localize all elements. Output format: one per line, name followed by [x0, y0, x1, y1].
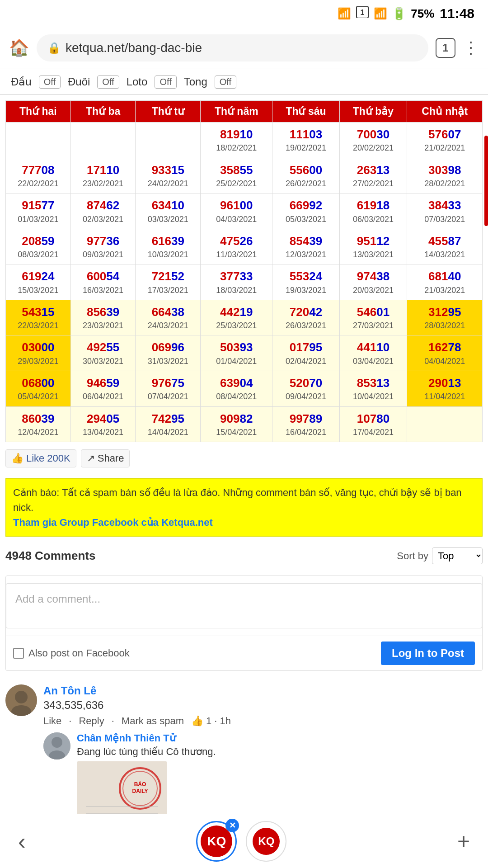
social-buttons: 👍 Like 200K ↗ Share — [5, 442, 483, 475]
also-post-fb[interactable]: Also post on Facebook — [13, 647, 130, 659]
close-tab-icon[interactable]: ✕ — [225, 819, 239, 832]
login-to-post-button[interactable]: Log In to Post — [381, 642, 475, 665]
col-header-bay: Thứ bảy — [339, 101, 407, 123]
lottery-table: Thứ hai Thứ ba Thứ tư Thứ năm Thứ sáu Th… — [5, 100, 483, 442]
table-cell: 35855 25/02/2021 — [201, 158, 272, 193]
like-label: Like — [26, 453, 44, 464]
sort-label: Sort by — [397, 550, 428, 562]
col-header-hai: Thứ hai — [6, 101, 71, 123]
browser-tab-secondary[interactable]: KQ — [246, 821, 286, 862]
reply-action[interactable]: Reply — [79, 715, 104, 727]
svg-text:1: 1 — [361, 9, 365, 16]
table-row: 0300029/03/2021 4925530/03/2021 0699631/… — [6, 335, 483, 371]
tab-count[interactable]: 1 — [436, 38, 455, 58]
share-button[interactable]: ↗ Share — [81, 449, 130, 467]
nested-author[interactable]: Chân Mệnh Thiên Tử — [77, 732, 483, 744]
table-cell: 81910 18/02/2021 — [201, 123, 272, 158]
sim-icon: 1 — [356, 6, 369, 21]
comment-placeholder: Add a comment... — [15, 593, 100, 605]
nested-avatar — [43, 732, 70, 760]
clock: 11:48 — [440, 6, 474, 21]
warning-text: Cảnh báo: Tất cả spam bán số đều là lừa … — [13, 485, 475, 515]
col-header-ba: Thứ ba — [70, 101, 136, 123]
menu-icon[interactable]: ⋮ — [463, 38, 479, 57]
col-header-nam: Thứ năm — [201, 101, 272, 123]
bottom-nav: ‹ KQ ✕ KQ + — [0, 814, 488, 868]
page-content: Thứ hai Thứ ba Thứ tư Thứ năm Thứ sáu Th… — [0, 95, 488, 846]
table-row: 0680005/04/2021 9465906/04/2021 9767507/… — [6, 371, 483, 407]
table-row: 9157701/03/2021 8746202/03/2021 6341003/… — [6, 193, 483, 229]
home-icon[interactable]: 🏠 — [9, 38, 29, 57]
comment-likes: 👍 1 · 1h — [191, 715, 231, 727]
filter-loto-tag[interactable]: Off — [155, 75, 176, 89]
table-row: 8603912/04/2021 2940513/04/2021 7429514/… — [6, 406, 483, 442]
comment-author[interactable]: An Tôn Lê — [43, 684, 483, 697]
like-button[interactable]: 👍 Like 200K — [5, 449, 76, 467]
comment-text: 343,535,636 — [43, 699, 483, 712]
thumbs-up-icon: 👍 — [11, 453, 23, 464]
table-row: 6192415/03/2021 6005416/03/2021 7215217/… — [6, 264, 483, 300]
nested-comment-text: Đang lúc túng thiếu Cô thương. — [77, 746, 483, 758]
comment-body: An Tôn Lê 343,535,636 Like · Reply · Mar… — [43, 684, 483, 834]
comment-actions-bar: Also post on Facebook Log In to Post — [6, 636, 482, 670]
comment-time: · 1h — [214, 715, 231, 727]
signal-icon: 📶 — [374, 7, 387, 20]
comments-header: 4948 Comments Sort by Top Newest — [5, 540, 483, 568]
svg-point-3 — [15, 691, 28, 703]
col-header-sau: Thứ sáu — [272, 101, 339, 123]
lock-icon: 🔒 — [47, 42, 61, 54]
url-bar[interactable]: 🔒 ketqua.net/bang-dac-bie — [37, 34, 428, 61]
fb-group-link[interactable]: Tham gia Group Facebook của Ketqua.net — [13, 515, 475, 530]
back-button[interactable]: ‹ — [18, 828, 26, 854]
table-cell: 11103 19/02/2021 — [272, 123, 339, 158]
browser-tab-active[interactable]: KQ ✕ — [196, 821, 237, 862]
browser-chrome: 🏠 🔒 ketqua.net/bang-dac-bie 1 ⋮ — [0, 27, 488, 69]
table-cell: 30398 28/02/2021 — [407, 158, 483, 193]
mark-spam-action[interactable]: Mark as spam — [122, 715, 184, 727]
filter-loto[interactable]: Loto — [123, 74, 151, 90]
new-tab-button[interactable]: + — [457, 829, 470, 854]
table-cell: 57607 21/02/2021 — [407, 123, 483, 158]
table-cell — [6, 123, 71, 158]
share-icon: ↗ — [87, 453, 95, 464]
fb-checkbox[interactable] — [13, 648, 24, 659]
col-header-cn: Chủ nhật — [407, 101, 483, 123]
avatar — [5, 684, 37, 716]
filter-duoi[interactable]: Đuôi — [64, 74, 94, 90]
like-count: 200K — [47, 453, 70, 464]
table-cell: 26313 27/02/2021 — [339, 158, 407, 193]
share-label: Share — [98, 453, 124, 464]
battery-percent: 75% — [411, 7, 434, 21]
status-icons: 📶 1 📶 🔋 75% — [338, 6, 434, 21]
table-cell: 17110 23/02/2021 — [70, 158, 136, 193]
filter-tong[interactable]: Tong — [180, 74, 211, 90]
filter-tong-tag[interactable]: Off — [215, 75, 236, 89]
ketqua-logo-2: KQ — [253, 828, 280, 855]
sort-select[interactable]: Top Newest — [432, 547, 483, 564]
warning-banner: Cảnh báo: Tất cả spam bán số đều là lừa … — [5, 478, 483, 537]
comment-actions-row: Like · Reply · Mark as spam 👍 1 · 1h — [43, 715, 483, 727]
filter-dau[interactable]: Đầu — [7, 74, 35, 90]
comment-input-container: Add a comment... Also post on Facebook L… — [5, 576, 483, 671]
filter-duoi-tag[interactable]: Off — [97, 75, 119, 89]
table-cell: 77708 22/02/2021 — [6, 158, 71, 193]
table-cell: 70030 20/02/2021 — [339, 123, 407, 158]
svg-text:DAILY: DAILY — [132, 788, 148, 794]
wifi-icon: 📶 — [338, 7, 351, 20]
table-row: 77708 22/02/2021 17110 23/02/2021 93315 … — [6, 158, 483, 193]
comment-input[interactable]: Add a comment... — [6, 583, 482, 628]
like-action[interactable]: Like — [43, 715, 61, 727]
table-cell: 93315 24/02/2021 — [136, 158, 201, 193]
filter-dau-tag[interactable]: Off — [39, 75, 61, 89]
url-text: ketqua.net/bang-dac-bie — [66, 41, 202, 55]
table-cell — [136, 123, 201, 158]
table-cell: 55600 26/02/2021 — [272, 158, 339, 193]
also-post-label: Also post on Facebook — [28, 647, 130, 659]
svg-text:BÁO: BÁO — [134, 781, 146, 788]
svg-point-6 — [52, 737, 62, 748]
scroll-indicator — [484, 136, 488, 226]
filter-tabs: Đầu Off Đuôi Off Loto Off Tong Off — [0, 69, 488, 95]
table-cell — [70, 123, 136, 158]
status-bar: 📶 1 📶 🔋 75% 11:48 — [0, 0, 488, 27]
table-row: 5431522/03/2021 8563923/03/2021 6643824/… — [6, 300, 483, 335]
